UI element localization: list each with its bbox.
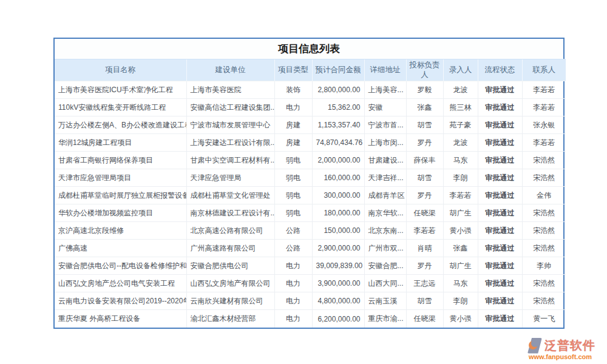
cell-name: 重庆华夏 外高桥工程设备 xyxy=(55,310,186,328)
cell-recorder[interactable]: 黄小强 xyxy=(443,222,478,240)
cell-contact: 李若若 xyxy=(522,81,566,99)
cell-recorder[interactable]: 龙波 xyxy=(443,81,478,99)
cell-bidder[interactable]: 胡雪 xyxy=(406,292,443,310)
cell-bidder[interactable]: 薛保丰 xyxy=(406,152,443,169)
cell-bidder[interactable]: 罗丹 xyxy=(406,257,443,275)
cell-name: 成都杜甫草堂临时展厅独立展柜报警设备... xyxy=(55,187,186,204)
cell-status: 审批通过 xyxy=(478,204,522,222)
cell-status: 审批通过 xyxy=(478,240,522,257)
cell-recorder[interactable]: 熊三林 xyxy=(443,99,478,116)
cell-status: 审批通过 xyxy=(478,134,522,152)
footer-brand: 泛普软件 www.fanpusoft.com xyxy=(521,337,600,360)
table-body: 上海市美容医院ICU手术室净化工程上海市美容医院装饰2,800,000.00上海… xyxy=(55,81,566,328)
cell-contact: 宋浩然 xyxy=(522,292,566,310)
cell-bidder[interactable]: 任晓渠 xyxy=(406,204,443,222)
cell-unit: 安徽合肥供电公司 xyxy=(186,257,274,275)
cell-amount: 74,870,434.76 xyxy=(312,134,364,152)
page-title: 项目信息列表 xyxy=(55,39,563,59)
cell-contact: 金伟 xyxy=(522,187,566,204)
column-header-status: 流程状态 xyxy=(478,59,522,81)
cell-address: 南京华软... xyxy=(364,204,406,222)
cell-name: 天津市应急管理局项目 xyxy=(55,169,186,187)
cell-unit: 广州高速路有限公司 xyxy=(186,240,274,257)
cell-unit: 渝北汇鑫木材经营部 xyxy=(186,310,274,328)
cell-unit: 天津应急管理局 xyxy=(186,169,274,187)
cell-recorder[interactable]: 苑子豪 xyxy=(443,116,478,134)
cell-bidder[interactable]: 王志远 xyxy=(406,275,443,292)
cell-name: 110kV安徽线程集变开断线路工程 xyxy=(55,99,186,116)
cell-address: 上海市闵... xyxy=(364,134,406,152)
cell-unit: 山西弘文房地产有限公司 xyxy=(186,275,274,292)
cell-bidder[interactable]: 罗丹 xyxy=(406,187,443,204)
cell-type: 电力 xyxy=(274,292,312,310)
cell-unit: 宁波市城市发展管理中心 xyxy=(186,116,274,134)
cell-amount: 2,900,000.00 xyxy=(312,240,364,257)
cell-recorder[interactable]: 李朗 xyxy=(443,292,478,310)
cell-status: 审批通过 xyxy=(478,99,522,116)
table-row: 京沪高速北京段维修北京高速公路有限公司公路150,000.00北京东南...李若… xyxy=(55,222,566,240)
table-row: 安徽合肥供电公司--配电设备检修维护和...安徽合肥供电公司电力39,009,8… xyxy=(55,257,566,275)
cell-amount: 3,900,000.00 xyxy=(312,275,364,292)
table-row: 云南电力设备安装有限公司2019--2020年...云南欣兴建材有限公司电力4,… xyxy=(55,292,566,310)
cell-bidder[interactable]: 胡雪 xyxy=(406,169,443,187)
cell-amount: 6,200,000.00 xyxy=(312,310,364,328)
cell-recorder[interactable]: 黄小强 xyxy=(443,310,478,328)
cell-status: 审批通过 xyxy=(478,169,522,187)
cell-recorder[interactable]: 马东 xyxy=(443,152,478,169)
cell-recorder[interactable]: 张鑫 xyxy=(443,240,478,257)
cell-amount: 150,000.00 xyxy=(312,222,364,240)
cell-status: 审批通过 xyxy=(478,310,522,328)
cell-recorder[interactable]: 李朗 xyxy=(443,169,478,187)
cell-bidder[interactable]: 李若若 xyxy=(406,222,443,240)
cell-name: 万达办公楼左侧A、B办公楼改造建设工程 xyxy=(55,116,186,134)
cell-address: 重庆市渝... xyxy=(364,310,406,328)
cell-status: 审批通过 xyxy=(478,292,522,310)
cell-recorder[interactable]: 李若若 xyxy=(443,187,478,204)
cell-name: 华软办公楼增加视频监控项目 xyxy=(55,204,186,222)
cell-contact: 黄一飞 xyxy=(522,310,566,328)
cell-contact: 宋浩然 xyxy=(522,169,566,187)
cell-unit: 上海市美容医院 xyxy=(186,81,274,99)
cell-contact: 宋浩然 xyxy=(522,222,566,240)
cell-unit: 云南欣兴建材有限公司 xyxy=(186,292,274,310)
column-header-type: 项目类型 xyxy=(274,59,312,81)
column-header-contact: 联系人 xyxy=(522,59,566,81)
brand-url-link[interactable]: www.fanpusoft.com xyxy=(521,353,600,360)
cell-type: 装饰 xyxy=(274,81,312,99)
cell-type: 电力 xyxy=(274,257,312,275)
cell-contact: 张永银 xyxy=(522,116,566,134)
cell-bidder[interactable]: 任晓渠 xyxy=(406,310,443,328)
cell-type: 弱电 xyxy=(274,204,312,222)
cell-type: 弱电 xyxy=(274,187,312,204)
cell-type: 弱电 xyxy=(274,169,312,187)
cell-recorder[interactable]: 龙波 xyxy=(443,134,478,152)
table-row: 华润12城房建工程项目上海安建达工程设计有限...房建74,870,434.76… xyxy=(55,134,566,152)
cell-type: 电力 xyxy=(274,99,312,116)
table-row: 天津市应急管理局项目天津应急管理局弱电160,000.00天津吉祥...胡雪李朗… xyxy=(55,169,566,187)
cell-address: 宁波市首... xyxy=(364,116,406,134)
cell-unit: 南京林德建设工程设计有... xyxy=(186,204,274,222)
cell-contact: 宋浩然 xyxy=(522,152,566,169)
table-header: 项目名称建设单位项目类型预计合同金额详细地址投标负责人录入人流程状态联系人 xyxy=(55,59,566,81)
cell-type: 房建 xyxy=(274,134,312,152)
cell-name: 广佛高速 xyxy=(55,240,186,257)
table-row: 万达办公楼左侧A、B办公楼改造建设工程宁波市城市发展管理中心房建1,153,35… xyxy=(55,116,566,134)
cell-type: 房建 xyxy=(274,116,312,134)
cell-bidder[interactable]: 罗丹 xyxy=(406,134,443,152)
project-table: 项目名称建设单位项目类型预计合同金额详细地址投标负责人录入人流程状态联系人 上海… xyxy=(55,59,566,328)
cell-address: 甘肃建设... xyxy=(364,152,406,169)
cell-name: 山西弘文房地产总公司电气安装工程 xyxy=(55,275,186,292)
table-row: 重庆华夏 外高桥工程设备渝北汇鑫木材经营部电力6,200,000.00重庆市渝.… xyxy=(55,310,566,328)
table-row: 华软办公楼增加视频监控项目南京林德建设工程设计有...弱电180,000.00南… xyxy=(55,204,566,222)
cell-bidder[interactable]: 肖晴 xyxy=(406,240,443,257)
cell-name: 云南电力设备安装有限公司2019--2020年... xyxy=(55,292,186,310)
cell-bidder[interactable]: 胡雪 xyxy=(406,116,443,134)
cell-recorder[interactable]: 马东 xyxy=(443,275,478,292)
column-header-recorder: 录入人 xyxy=(443,59,478,81)
cell-recorder[interactable]: 胡广生 xyxy=(443,257,478,275)
cell-bidder[interactable]: 罗毅 xyxy=(406,81,443,99)
cell-address: 安徽合肥... xyxy=(364,257,406,275)
cell-recorder[interactable]: 胡广生 xyxy=(443,204,478,222)
cell-type: 弱电 xyxy=(274,152,312,169)
cell-bidder[interactable]: 张鑫 xyxy=(406,99,443,116)
